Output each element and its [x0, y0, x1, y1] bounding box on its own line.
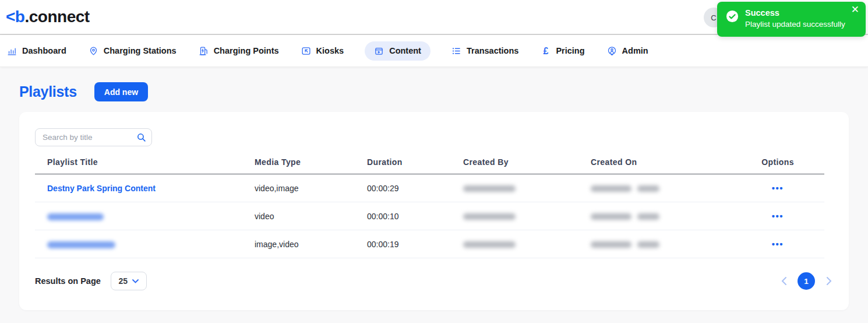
nav-item-label: Admin: [622, 46, 648, 55]
nav-item-label: Charging Points: [214, 46, 279, 55]
table-row: image,video00:00:19•••: [35, 230, 824, 258]
app-logo: <b.connect: [6, 8, 90, 26]
page-size-value: 25: [119, 276, 128, 286]
transactions-list-icon: [451, 46, 461, 56]
chevron-right-icon[interactable]: [824, 275, 834, 288]
check-circle-icon: [726, 10, 739, 23]
nav-item-label: Content: [389, 46, 421, 55]
toast-title: Success: [745, 7, 848, 19]
pagination: 1: [779, 272, 834, 290]
toast-message: Playlist updated successfully: [745, 19, 848, 30]
card-footer: Results on Page 25 1: [35, 267, 834, 295]
media-type-cell: video,image: [255, 174, 367, 202]
col-duration: Duration: [367, 157, 463, 174]
add-new-button[interactable]: Add new: [94, 82, 148, 101]
nav-item-content[interactable]: Content: [365, 41, 431, 61]
created-by-cell: [463, 174, 591, 202]
table-header-row: Playlist Title Media Type Duration Creat…: [35, 157, 824, 174]
results-per-page: Results on Page 25: [35, 272, 147, 290]
created-by-cell: [463, 202, 591, 230]
nav-item-label: Charging Stations: [104, 46, 177, 55]
nav-item-admin[interactable]: Admin: [606, 41, 650, 61]
created-on-cell: [591, 202, 731, 230]
nav-item-dashboard[interactable]: Dashboard: [6, 41, 68, 61]
table-row: video00:00:10•••: [35, 202, 824, 230]
page-size-select[interactable]: 25: [111, 272, 147, 290]
nav-item-kiosks[interactable]: Kiosks: [300, 41, 345, 61]
redacted-playlist-title: [47, 241, 115, 248]
nav-item-charging-stations[interactable]: Charging Stations: [87, 41, 178, 61]
success-toast: Success Playlist updated successfully ✕: [717, 2, 866, 37]
logo-prefix: <b: [6, 8, 24, 26]
col-media-type: Media Type: [255, 157, 367, 174]
chevron-down-icon: [132, 278, 139, 285]
kiosk-icon: [301, 46, 311, 56]
created-on-cell: [591, 174, 731, 202]
charging-point-icon: [199, 46, 209, 56]
avatar-initial: C: [711, 13, 716, 22]
nav-item-label: Transactions: [467, 46, 518, 55]
nav-item-label: Kiosks: [316, 46, 344, 55]
close-icon[interactable]: ✕: [851, 5, 859, 15]
duration-cell: 00:00:29: [367, 174, 463, 202]
pound-icon: £: [541, 46, 551, 56]
results-label: Results on Page: [35, 276, 101, 286]
ellipsis-icon[interactable]: •••: [772, 211, 784, 221]
col-playlist-title: Playlist Title: [35, 157, 255, 174]
search-wrap: [35, 128, 152, 146]
page-head: Playlists Add new: [19, 82, 849, 101]
media-type-cell: video: [255, 202, 367, 230]
ellipsis-icon[interactable]: •••: [772, 183, 784, 193]
col-created-on: Created On: [591, 157, 731, 174]
admin-badge-icon: [607, 46, 617, 56]
redacted-playlist-title: [47, 213, 104, 220]
col-created-by: Created By: [463, 157, 591, 174]
media-type-cell: image,video: [255, 230, 367, 258]
dashboard-icon: [7, 46, 17, 56]
ellipsis-icon[interactable]: •••: [772, 239, 784, 249]
col-options: Options: [731, 157, 824, 174]
main-content: Playlists Add new Playlist Title Media T…: [0, 82, 868, 310]
nav-item-label: Pricing: [556, 46, 584, 55]
duration-cell: 00:00:10: [367, 202, 463, 230]
search-input[interactable]: [35, 128, 152, 146]
location-pin-icon: [89, 46, 98, 56]
playlist-title-link[interactable]: Destny Park Spring Content: [47, 184, 156, 193]
table-row: Destny Park Spring Contentvideo,image00:…: [35, 174, 824, 202]
playlists-table: Playlist Title Media Type Duration Creat…: [35, 157, 824, 258]
logo-suffix: .connect: [24, 8, 89, 26]
nav-item-charging-points[interactable]: Charging Points: [197, 41, 280, 61]
nav-item-transactions[interactable]: Transactions: [450, 41, 520, 61]
nav-item-label: Dashboard: [22, 46, 66, 55]
created-on-cell: [591, 230, 731, 258]
created-by-cell: [463, 230, 591, 258]
duration-cell: 00:00:19: [367, 230, 463, 258]
page-number-button[interactable]: 1: [798, 272, 815, 290]
playlists-card: Playlist Title Media Type Duration Creat…: [19, 112, 849, 310]
chevron-left-icon[interactable]: [779, 275, 788, 288]
content-icon: [374, 46, 384, 56]
search-icon[interactable]: [136, 132, 146, 142]
main-nav: DashboardCharging StationsCharging Point…: [0, 35, 868, 67]
page-title: Playlists: [19, 83, 77, 100]
nav-item-pricing[interactable]: £Pricing: [539, 41, 585, 61]
